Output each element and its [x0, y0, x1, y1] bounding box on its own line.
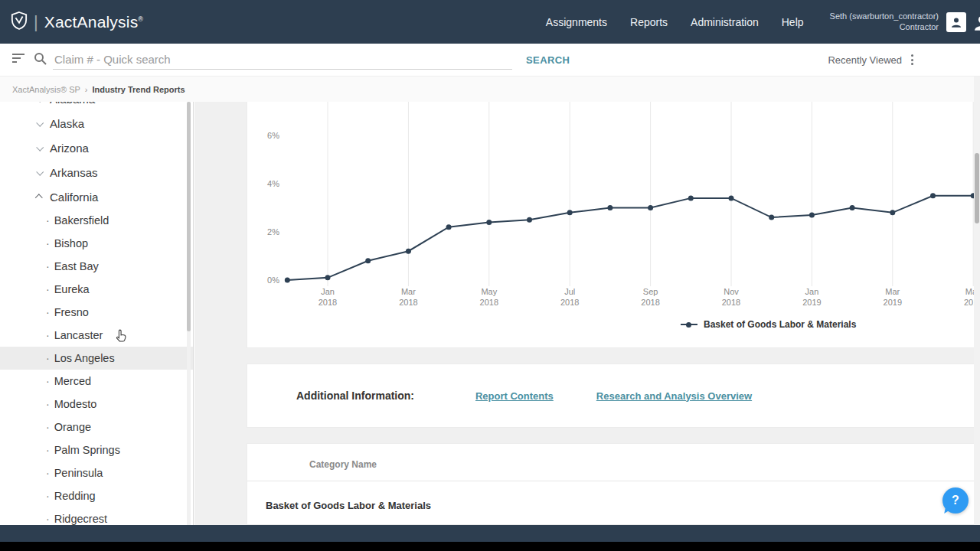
svg-text:0%: 0%	[267, 276, 279, 285]
sidebar-city-fresno[interactable]: Fresno	[0, 301, 193, 324]
sidebar-city-palm-springs[interactable]: Palm Springs	[0, 439, 193, 461]
topbar-nav: AssignmentsReportsAdministrationHelp	[546, 16, 804, 28]
sidebar-city-bakersfield[interactable]: Bakersfield	[0, 209, 193, 232]
svg-text:2%: 2%	[267, 227, 279, 236]
search-button[interactable]: SEARCH	[526, 54, 570, 66]
svg-text:Jan: Jan	[805, 287, 819, 296]
sidebar-city-los-angeles[interactable]: Los Angeles	[0, 347, 193, 370]
breadcrumb-root[interactable]: XactAnalysis® SP	[12, 85, 80, 94]
city-label: Ridgecrest	[54, 513, 107, 525]
sidebar-scrollbar-thumb[interactable]	[187, 102, 191, 331]
quick-search-input[interactable]	[53, 50, 512, 70]
recently-viewed[interactable]: Recently Viewed	[828, 53, 915, 67]
svg-text:2018: 2018	[399, 298, 417, 307]
topbar: | XactAnalysis® AssignmentsReportsAdmini…	[0, 0, 980, 44]
user-name: Seth (swarburton_contractor)	[830, 11, 939, 22]
sidebar-state-arkansas[interactable]: Arkansas	[0, 160, 193, 184]
sidebar-state-california[interactable]: California	[0, 184, 193, 209]
sidebar-city-modesto[interactable]: Modesto	[0, 393, 193, 416]
sidebar-city-bishop[interactable]: Bishop	[0, 232, 193, 255]
city-label: Eureka	[54, 283, 90, 295]
breadcrumb: XactAnalysis® SP › Industry Trend Report…	[0, 77, 980, 102]
svg-text:6%: 6%	[267, 131, 279, 140]
help-chat-button[interactable]: ?	[942, 487, 969, 514]
city-label: Bishop	[54, 237, 88, 249]
sidebar-state-arizona[interactable]: Arizona	[0, 135, 193, 160]
xactanalysis-logo-icon	[11, 11, 28, 34]
chevron-down-icon[interactable]	[36, 119, 44, 126]
breadcrumb-current: Industry Trend Reports	[92, 85, 185, 94]
state-label: California	[50, 191, 98, 204]
sidebar-state-alaska[interactable]: Alaska	[0, 111, 193, 135]
chart-legend: Basket of Goods Labor & Materials	[681, 319, 856, 330]
footer-bar	[0, 525, 980, 542]
person-icon	[949, 15, 963, 29]
city-label: Los Angeles	[54, 352, 115, 364]
brand-title: XactAnalysis®	[44, 13, 143, 31]
nav-help[interactable]: Help	[782, 16, 804, 28]
link-research-and-analysis-overview[interactable]: Research and Analysis Overview	[596, 390, 752, 402]
additional-info-links: Report ContentsResearch and Analysis Ove…	[475, 390, 752, 402]
secondary-person-icon[interactable]	[972, 12, 980, 32]
legend-label: Basket of Goods Labor & Materials	[704, 319, 856, 330]
page-scrollbar[interactable]	[974, 77, 980, 525]
recently-viewed-menu-icon[interactable]	[910, 53, 915, 67]
logo[interactable]: | XactAnalysis®	[11, 11, 143, 34]
region-sidebar: AlabamaAlaskaArizonaArkansasCaliforniaBa…	[0, 102, 194, 525]
svg-text:Jul: Jul	[564, 287, 575, 296]
category-table-card: Category Name Basket of Goods Labor & Ma…	[247, 443, 980, 525]
category-name-header: Category Name	[247, 444, 979, 481]
category-rows: Basket of Goods Labor & Materials	[247, 481, 979, 511]
svg-text:2018: 2018	[722, 298, 740, 307]
sidebar-city-merced[interactable]: Merced	[0, 370, 193, 393]
sidebar-city-orange[interactable]: Orange	[0, 416, 193, 439]
state-label: Alaska	[50, 117, 84, 130]
svg-text:2018: 2018	[641, 298, 659, 307]
city-label: Palm Springs	[54, 444, 120, 456]
city-label: East Bay	[54, 260, 99, 272]
svg-text:Nov: Nov	[724, 287, 739, 296]
chevron-up-icon[interactable]	[35, 194, 43, 201]
sidebar-scrollbar[interactable]	[187, 102, 191, 525]
sidebar-city-ridgecrest[interactable]: Ridgecrest	[0, 507, 193, 525]
state-label: Alabama	[50, 102, 95, 106]
city-label: Orange	[54, 421, 91, 433]
search-row: SEARCH Recently Viewed	[0, 44, 980, 77]
link-report-contents[interactable]: Report Contents	[475, 390, 554, 402]
breadcrumb-separator-icon: ›	[85, 85, 88, 94]
sidebar-city-peninsula[interactable]: Peninsula	[0, 461, 193, 484]
nav-reports[interactable]: Reports	[630, 16, 668, 28]
city-label: Merced	[54, 375, 91, 387]
city-label: Bakersfield	[54, 214, 109, 227]
city-label: Redding	[54, 490, 96, 502]
state-label: Arkansas	[50, 166, 98, 179]
city-label: Peninsula	[54, 467, 103, 479]
sidebar-city-redding[interactable]: Redding	[0, 484, 193, 507]
city-label: Lancaster	[54, 329, 103, 341]
sidebar-state-alabama[interactable]: Alabama	[0, 102, 193, 111]
nav-administration[interactable]: Administration	[691, 16, 759, 28]
search-icon	[34, 52, 47, 68]
trend-chart-svg: Jan2018Mar2018May2018Jul2018Sep2018Nov20…	[247, 102, 979, 310]
svg-text:Jan: Jan	[321, 287, 335, 296]
sidebar-city-east-bay[interactable]: East Bay	[0, 255, 193, 278]
page-scrollbar-thumb[interactable]	[975, 153, 979, 223]
chevron-down-icon[interactable]	[36, 143, 44, 151]
svg-text:2018: 2018	[318, 298, 337, 307]
chevron-down-icon[interactable]	[36, 168, 44, 175]
svg-text:Sep: Sep	[643, 287, 658, 296]
sidebar-city-eureka[interactable]: Eureka	[0, 278, 193, 301]
city-label: Fresno	[54, 306, 89, 318]
svg-text:2019: 2019	[884, 298, 902, 307]
region-tree: AlabamaAlaskaArizonaArkansasCaliforniaBa…	[0, 102, 193, 525]
sidebar-city-lancaster[interactable]: Lancaster	[0, 324, 193, 347]
footer-black-strip	[0, 542, 980, 551]
user-block[interactable]: Seth (swarburton_contractor) Contractor	[830, 11, 939, 33]
table-row[interactable]: Basket of Goods Labor & Materials	[247, 481, 979, 511]
avatar[interactable]	[946, 12, 966, 32]
recently-viewed-label: Recently Viewed	[828, 54, 902, 66]
filter-icon[interactable]	[12, 53, 26, 67]
nav-assignments[interactable]: Assignments	[546, 16, 607, 28]
city-label: Modesto	[54, 398, 97, 410]
svg-text:2018: 2018	[560, 298, 579, 307]
